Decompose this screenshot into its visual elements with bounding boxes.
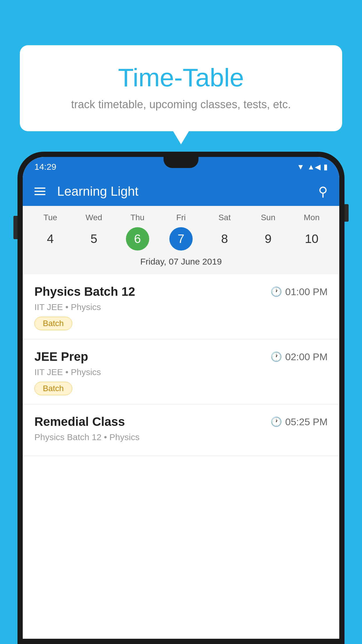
app-title: Learning Light [57,184,310,199]
bubble-title: Time-Table [43,63,319,92]
calendar-days: Tue Wed Thu Fri Sat Sun Mon [29,213,333,222]
date-6-today[interactable]: 6 [126,227,149,251]
status-icons: ▼ ▲◀ ▮ [297,162,328,172]
bubble-subtitle: track timetable, upcoming classes, tests… [43,98,319,111]
schedule-title-2: JEE Prep [34,350,88,364]
batch-badge-1: Batch [34,317,72,330]
day-label-wed: Wed [72,213,115,222]
search-icon[interactable]: ⚲ [318,184,328,199]
clock-icon-2: 🕐 [270,351,282,362]
schedule-subtitle-1: IIT JEE • Physics [34,302,328,312]
date-8[interactable]: 8 [203,226,246,252]
phone-screen: 14:29 ▼ ▲◀ ▮ Learning Light ⚲ [23,157,339,639]
schedule-item-1-header: Physics Batch 12 🕐 01:00 PM [34,285,328,299]
clock-icon-3: 🕐 [270,416,282,427]
batch-badge-2: Batch [34,382,72,395]
schedule-title-3: Remedial Class [34,415,125,429]
wifi-icon: ▼ [297,162,305,172]
clock-icon-1: 🕐 [270,286,282,297]
schedule-item-1[interactable]: Physics Batch 12 🕐 01:00 PM IIT JEE • Ph… [23,274,339,339]
schedule-list: Physics Batch 12 🕐 01:00 PM IIT JEE • Ph… [23,274,339,456]
schedule-item-2[interactable]: JEE Prep 🕐 02:00 PM IIT JEE • Physics Ba… [23,339,339,404]
power-button [345,204,349,222]
day-label-sun: Sun [246,213,290,222]
calendar-header: Tue Wed Thu Fri Sat Sun Mon 4 5 6 7 8 9 … [23,206,339,274]
date-7-selected[interactable]: 7 [169,227,193,251]
schedule-item-2-header: JEE Prep 🕐 02:00 PM [34,350,328,364]
speech-bubble: Time-Table track timetable, upcoming cla… [20,45,342,131]
schedule-subtitle-2: IIT JEE • Physics [34,367,328,377]
day-label-thu: Thu [116,213,159,222]
hamburger-menu-button[interactable] [34,188,45,195]
signal-icon: ▲◀ [307,162,321,172]
volume-button [13,216,17,239]
date-5[interactable]: 5 [72,226,115,252]
day-label-mon: Mon [290,213,333,222]
selected-date-label: Friday, 07 June 2019 [29,257,333,271]
schedule-time-1: 🕐 01:00 PM [270,286,328,298]
schedule-time-2: 🕐 02:00 PM [270,351,328,363]
date-9[interactable]: 9 [246,226,290,252]
day-label-sat: Sat [203,213,246,222]
date-4[interactable]: 4 [29,226,72,252]
app-bar: Learning Light ⚲ [23,177,339,206]
day-label-tue: Tue [29,213,72,222]
schedule-item-3[interactable]: Remedial Class 🕐 05:25 PM Physics Batch … [23,404,339,456]
battery-icon: ▮ [324,162,328,172]
schedule-time-value-3: 05:25 PM [285,416,328,428]
schedule-time-value-1: 01:00 PM [285,286,328,298]
status-time: 14:29 [34,162,56,172]
calendar-dates: 4 5 6 7 8 9 10 [29,226,333,252]
day-label-fri: Fri [159,213,203,222]
schedule-subtitle-3: Physics Batch 12 • Physics [34,432,328,442]
schedule-item-3-header: Remedial Class 🕐 05:25 PM [34,415,328,429]
date-10[interactable]: 10 [290,226,333,252]
speech-bubble-container: Time-Table track timetable, upcoming cla… [20,45,342,131]
phone-frame: 14:29 ▼ ▲◀ ▮ Learning Light ⚲ [17,152,345,644]
schedule-title-1: Physics Batch 12 [34,285,135,299]
schedule-time-3: 🕐 05:25 PM [270,416,328,428]
phone-notch [164,157,198,168]
schedule-time-value-2: 02:00 PM [285,351,328,363]
phone-inner: 14:29 ▼ ▲◀ ▮ Learning Light ⚲ [23,157,339,639]
